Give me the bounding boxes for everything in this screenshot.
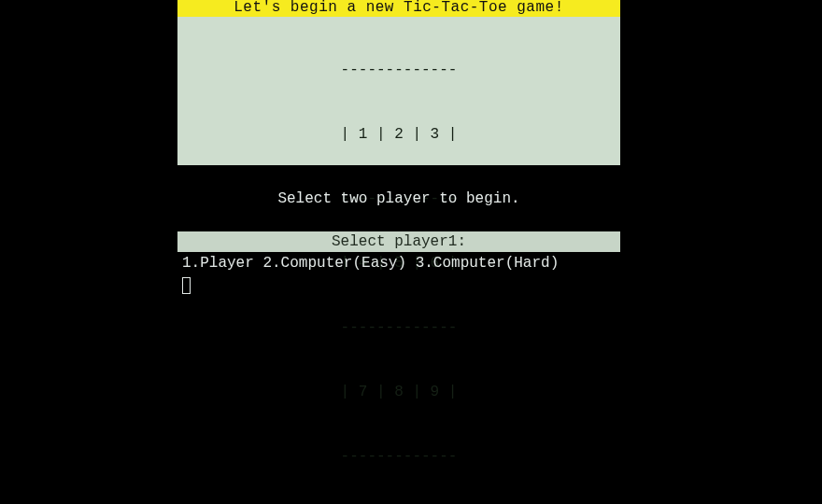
- cursor-icon: [182, 277, 191, 294]
- board-line-4: -------------: [177, 317, 620, 339]
- board-line-6: -------------: [177, 446, 620, 468]
- select-player-header: Select player1:: [177, 231, 620, 252]
- instruction-text: Select two player to begin.: [177, 190, 620, 207]
- player-options: 1.Player 2.Computer(Easy) 3.Computer(Har…: [182, 255, 625, 272]
- game-panel: Let's begin a new Tic-Tac-Toe game! ----…: [177, 0, 620, 165]
- terminal-window: Let's begin a new Tic-Tac-Toe game! ----…: [0, 0, 822, 504]
- board-line-0: -------------: [177, 60, 620, 81]
- board-line-1: | 1 | 2 | 3 |: [177, 124, 620, 146]
- board-line-5: | 7 | 8 | 9 |: [177, 382, 620, 403]
- input-line[interactable]: [182, 277, 625, 294]
- game-title: Let's begin a new Tic-Tac-Toe game!: [177, 0, 620, 17]
